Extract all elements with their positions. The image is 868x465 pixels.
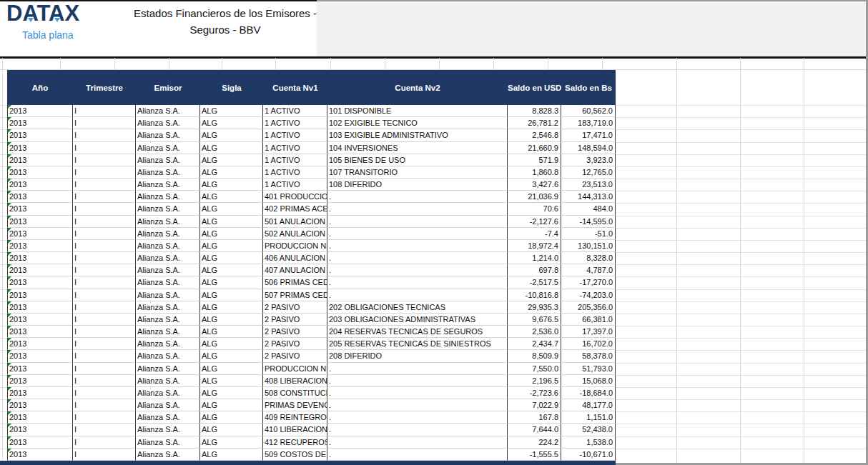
cell[interactable]: I (73, 191, 136, 203)
cell[interactable]: I (73, 216, 136, 228)
cell[interactable]: 502 ANULACION PR (263, 228, 327, 240)
cell[interactable]: ALG (200, 301, 263, 314)
cell[interactable]: 2013 (7, 252, 73, 264)
cell[interactable]: 501 ANULACION PR (263, 216, 327, 228)
cell[interactable]: ALG (200, 326, 263, 338)
cell[interactable]: ALG (200, 129, 263, 141)
cell[interactable]: I (73, 142, 136, 154)
cell[interactable]: I (73, 436, 136, 449)
cell[interactable]: 1,538.0 (561, 436, 616, 449)
cell[interactable]: 104 INVERSIONES (327, 142, 508, 154)
cell[interactable]: ALG (200, 289, 263, 301)
column-header[interactable]: Cuenta Nv1 (263, 84, 327, 92)
cell[interactable]: 2 PASIVO (263, 326, 327, 338)
cell[interactable]: 3,427.6 (508, 179, 561, 191)
cell[interactable]: 2013 (7, 216, 73, 228)
cell[interactable]: 52,438.0 (561, 424, 616, 436)
cell[interactable]: 506 PRIMAS CEDIDA (263, 276, 327, 289)
cell[interactable]: Alianza S.A. (136, 216, 200, 228)
cell[interactable]: 26,781.2 (508, 117, 561, 129)
cell[interactable]: 17,397.0 (561, 326, 616, 338)
cell[interactable]: ALG (200, 363, 263, 375)
cell[interactable]: 2013 (7, 350, 73, 362)
cell[interactable]: ALG (200, 228, 263, 240)
cell[interactable]: 2,434.7 (508, 338, 561, 350)
cell[interactable]: 29,935.3 (508, 301, 561, 314)
cell[interactable]: PRIMAS DEVENGAD (263, 399, 327, 411)
cell[interactable]: 9,676.5 (508, 314, 561, 326)
cell[interactable]: 409 REINTEGRO CO (263, 411, 327, 424)
cell[interactable]: -17,270.0 (561, 276, 616, 289)
cell[interactable]: 408 LIBERACION DE (263, 375, 327, 387)
cell[interactable]: -1,555.5 (508, 449, 561, 461)
cell[interactable]: ALG (200, 216, 263, 228)
cell[interactable]: 205,356.0 (561, 301, 616, 314)
cell[interactable]: 2013 (7, 142, 73, 154)
cell[interactable]: . (327, 228, 508, 240)
cell[interactable]: 2013 (7, 424, 73, 436)
cell[interactable]: . (327, 264, 508, 276)
cell[interactable]: -14,595.0 (561, 216, 616, 228)
cell[interactable]: Alianza S.A. (136, 314, 200, 326)
cell[interactable]: Alianza S.A. (136, 411, 200, 424)
cell[interactable]: . (327, 252, 508, 264)
cell[interactable]: 107 TRANSITORIO (327, 166, 508, 179)
cell[interactable]: ALG (200, 411, 263, 424)
cell[interactable]: ALG (200, 166, 263, 179)
cell[interactable]: ALG (200, 117, 263, 129)
cell[interactable]: 4,787.0 (561, 264, 616, 276)
column-header[interactable]: Año (7, 84, 73, 92)
cell[interactable]: ALG (200, 264, 263, 276)
cell[interactable]: -10,671.0 (561, 449, 616, 461)
cell[interactable]: ALG (200, 252, 263, 264)
cell[interactable]: I (73, 154, 136, 166)
cell[interactable]: 2013 (7, 436, 73, 449)
cell[interactable]: ALG (200, 142, 263, 154)
cell[interactable]: Alianza S.A. (136, 117, 200, 129)
cell[interactable]: ALG (200, 350, 263, 362)
cell[interactable]: 204 RESERVAS TECNICAS DE SEGUROS (327, 326, 508, 338)
cell[interactable]: 697.8 (508, 264, 561, 276)
cell[interactable]: 58,378.0 (561, 350, 616, 362)
cell[interactable]: I (73, 228, 136, 240)
cell[interactable]: . (327, 191, 508, 203)
cell[interactable]: 406 ANULACION PR (263, 252, 327, 264)
cell[interactable]: I (73, 449, 136, 461)
cell[interactable]: . (327, 276, 508, 289)
cell[interactable]: 2,196.5 (508, 375, 561, 387)
cell[interactable]: Alianza S.A. (136, 350, 200, 362)
cell[interactable]: 2,546.8 (508, 129, 561, 141)
cell[interactable]: 1 ACTIVO (263, 154, 327, 166)
cell[interactable]: 103 EXIGIBLE ADMINISTRATIVO (327, 129, 508, 141)
cell[interactable]: I (73, 387, 136, 399)
cell[interactable]: 105 BIENES DE USO (327, 154, 508, 166)
cell[interactable]: 21,036.9 (508, 191, 561, 203)
cell[interactable]: Alianza S.A. (136, 191, 200, 203)
cell[interactable]: Alianza S.A. (136, 399, 200, 411)
cell[interactable]: 2013 (7, 129, 73, 141)
cell[interactable]: . (327, 436, 508, 449)
cell[interactable]: 484.0 (561, 203, 616, 215)
cell[interactable]: 3,923.0 (561, 154, 616, 166)
cell[interactable]: Alianza S.A. (136, 228, 200, 240)
cell[interactable]: ALG (200, 240, 263, 252)
cell[interactable]: 2013 (7, 399, 73, 411)
cell[interactable]: 2013 (7, 264, 73, 276)
cell[interactable]: 16,702.0 (561, 338, 616, 350)
cell[interactable]: 2013 (7, 276, 73, 289)
cell[interactable]: 2013 (7, 105, 73, 117)
cell[interactable]: Alianza S.A. (136, 154, 200, 166)
cell[interactable]: 203 OBLIGACIONES ADMINISTRATIVAS (327, 314, 508, 326)
cell[interactable]: 2013 (7, 228, 73, 240)
cell[interactable]: I (73, 252, 136, 264)
cell[interactable]: ALG (200, 338, 263, 350)
cell[interactable]: Alianza S.A. (136, 301, 200, 314)
cell[interactable]: ALG (200, 179, 263, 191)
cell[interactable]: . (327, 387, 508, 399)
cell[interactable]: . (327, 240, 508, 252)
cell[interactable]: 1 ACTIVO (263, 166, 327, 179)
cell[interactable]: . (327, 203, 508, 215)
cell[interactable]: 60,562.0 (561, 105, 616, 117)
cell[interactable]: Alianza S.A. (136, 276, 200, 289)
cell[interactable]: 15,068.0 (561, 375, 616, 387)
